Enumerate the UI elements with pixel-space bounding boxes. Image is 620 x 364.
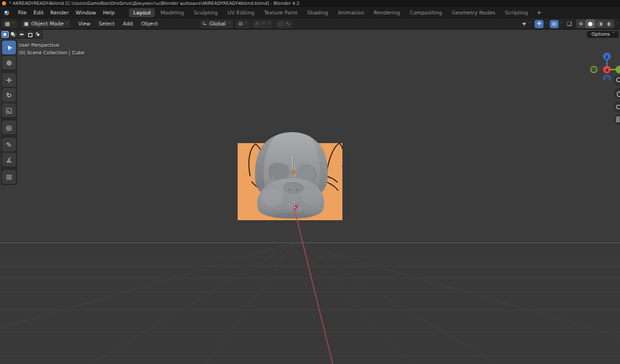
head-model — [255, 132, 328, 220]
proportional-edit-icon[interactable]: ○ — [278, 21, 283, 27]
tool-options-dropdown[interactable]: Options ˅ — [587, 31, 619, 38]
proportional-edit-group: ○ ∿ — [276, 20, 293, 28]
shading-solid-button[interactable]: ● — [586, 19, 595, 28]
tool-scale[interactable]: ◱ — [2, 103, 16, 117]
tool-measure[interactable]: ∡ — [2, 153, 16, 167]
move-icon: ✛ — [6, 76, 12, 84]
overlays-icon: ◎ — [552, 21, 557, 27]
rotate-icon: ↻ — [6, 92, 12, 99]
measure-icon: ∡ — [6, 156, 12, 164]
camera-view-button[interactable] — [614, 101, 620, 112]
tab-shading[interactable]: Shading — [303, 8, 332, 17]
tab-compositing[interactable]: Compositing — [406, 8, 446, 17]
zoom-view-button[interactable] — [614, 75, 620, 86]
show-object-types-dropdown[interactable]: ➤ ˅ — [520, 20, 533, 28]
tool-transform[interactable]: ◎ — [2, 120, 16, 134]
select-subtract-icon[interactable] — [18, 31, 25, 38]
mode-dropdown[interactable]: ▣ Object Mode ˅ — [21, 20, 71, 28]
title-bar: * AKREADYREADY4blend [C:\Users\GameBox\O… — [0, 0, 620, 7]
select-invert-icon[interactable] — [26, 31, 34, 38]
shading-wireframe-button[interactable]: ⊕ — [576, 19, 586, 28]
pivot-point-icon: ⊙ — [238, 21, 243, 27]
gizmo-z-neg-axis[interactable] — [604, 76, 610, 81]
chevron-down-icon: ˅ — [245, 22, 247, 26]
gizmo-y-axis[interactable] — [616, 66, 620, 74]
chevron-down-icon: ˅ — [561, 22, 563, 26]
viewport-header: ▦ ˅ ▣ Object Mode ˅ View Select Add Obje… — [0, 19, 620, 30]
magnifier-icon — [616, 77, 620, 84]
chevron-down-icon: ˅ — [12, 22, 14, 26]
tool-add-cube[interactable]: ⊞ — [2, 170, 16, 184]
menu-edit[interactable]: Edit — [30, 8, 48, 17]
tab-animation[interactable]: Animation — [333, 8, 368, 17]
viewport-menu-add[interactable]: Add — [119, 19, 136, 28]
scene-canvas[interactable] — [0, 30, 620, 364]
blender-logo-icon — [2, 1, 6, 6]
menu-help[interactable]: Help — [99, 8, 118, 17]
object-origin-dot — [292, 171, 296, 174]
viewport-menu-object[interactable]: Object — [138, 19, 161, 28]
tab-texture-paint[interactable]: Texture Paint — [260, 8, 301, 17]
orthographic-toggle-button[interactable] — [614, 114, 620, 125]
shading-material-button[interactable]: ◑ — [595, 19, 605, 28]
gizmo-z-label: Z — [606, 54, 609, 59]
grid-icon — [616, 116, 620, 123]
navigation-gizmo[interactable]: Z X — [587, 39, 620, 80]
select-set-icon[interactable] — [1, 31, 9, 38]
chevron-down-icon: ˅ — [546, 22, 548, 26]
pivot-point-dropdown[interactable]: ⊙ ˅ — [236, 20, 250, 28]
blender-menu-icon[interactable] — [3, 10, 10, 16]
mode-label: Object Mode — [31, 21, 63, 27]
falloff-curve-icon[interactable]: ∿ — [285, 21, 290, 27]
solid-icon: ● — [588, 21, 593, 27]
tab-geometry-nodes[interactable]: Geometry Nodes — [448, 8, 499, 17]
tool-move[interactable]: ✛ — [2, 73, 16, 87]
nose — [284, 183, 303, 193]
snap-with-icon[interactable]: ◠ — [261, 21, 266, 27]
menu-window[interactable]: Window — [72, 8, 100, 17]
tab-layout[interactable]: Layout — [129, 8, 155, 17]
cursor-3d-icon: ⊕ — [6, 59, 12, 67]
floor-region — [0, 243, 620, 364]
window-title: * AKREADYREADY4blend [C:\Users\GameBox\O… — [9, 1, 300, 6]
snapping-group: ∩ ◠ ˅ — [252, 20, 273, 28]
viewport-3d[interactable]: Options ˅ ➤ ⊕ ✛ ↻ ◱ ◎ ✎ ∡ ⊞ User Perspec… — [0, 30, 620, 364]
show-gizmo-toggle[interactable]: ✛ — [535, 20, 544, 28]
chevron-down-icon: ˅ — [617, 22, 619, 26]
tool-select-box[interactable]: ➤ — [2, 41, 16, 54]
transform-icon: ◎ — [6, 124, 12, 131]
menu-render[interactable]: Render — [47, 8, 72, 17]
add-cube-icon: ⊞ — [6, 173, 12, 181]
transform-orientation-dropdown[interactable]: ∟ Global ˅ — [200, 20, 233, 28]
select-cursor-icon: ➤ — [4, 43, 14, 52]
menu-file[interactable]: File — [14, 8, 30, 17]
select-mode-options — [1, 30, 43, 39]
viewport-menu-select[interactable]: Select — [95, 19, 118, 28]
show-overlays-toggle[interactable]: ◎ — [550, 20, 559, 28]
tool-shelf: ➤ ⊕ ✛ ↻ ◱ ◎ ✎ ∡ ⊞ — [1, 39, 17, 185]
tool-rotate[interactable]: ↻ — [2, 88, 16, 102]
tab-scripting[interactable]: Scripting — [501, 8, 532, 17]
options-label: Options — [591, 32, 610, 37]
select-extend-icon[interactable] — [10, 31, 17, 38]
tab-uv-editing[interactable]: UV Editing — [223, 8, 258, 17]
tab-sculpting[interactable]: Sculpting — [189, 8, 222, 17]
shading-rendered-button[interactable]: ◐ — [605, 19, 614, 28]
pan-view-button[interactable] — [614, 88, 620, 99]
magnet-icon[interactable]: ∩ — [255, 21, 259, 27]
viewport-nav-buttons — [614, 75, 620, 125]
top-menu-bar: File Edit Render Window Help Layout Mode… — [0, 7, 620, 19]
xray-icon: ❏ — [567, 21, 572, 27]
editor-type-dropdown[interactable]: ▦ ˅ — [2, 20, 17, 28]
viewport-info-text: User Perspective (0) Scene Collection | … — [19, 42, 84, 57]
viewport-menu-view[interactable]: View — [74, 19, 94, 28]
tool-annotate[interactable]: ✎ — [2, 138, 16, 151]
camera-icon — [616, 103, 620, 110]
tab-rendering[interactable]: Rendering — [369, 8, 404, 17]
gizmo-y-neg-axis[interactable] — [591, 67, 597, 73]
select-intersect-icon[interactable] — [34, 31, 42, 38]
tab-modeling[interactable]: Modeling — [156, 8, 188, 17]
xray-toggle[interactable]: ❏ — [565, 20, 574, 28]
add-workspace-button[interactable]: + — [533, 9, 545, 17]
tool-cursor[interactable]: ⊕ — [2, 56, 16, 69]
